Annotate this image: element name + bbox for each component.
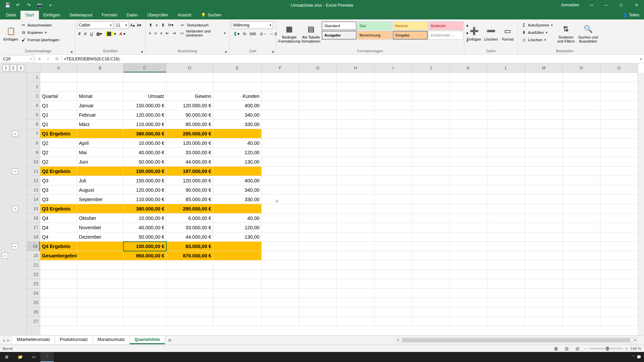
tell-me-search[interactable]: 💡 Suchen	[196, 11, 226, 19]
cell[interactable]	[262, 110, 299, 120]
sheet-tab[interactable]: Monatsumsatz	[93, 336, 130, 344]
tab-ansicht[interactable]: Ansicht	[173, 11, 196, 19]
maximize-icon[interactable]: ◻	[614, 0, 629, 10]
cell[interactable]	[77, 260, 123, 270]
cell[interactable]	[262, 195, 299, 204]
cell[interactable]	[525, 223, 562, 232]
cell[interactable]	[337, 101, 374, 110]
sheet-tab[interactable]: Produktumsatz	[55, 336, 93, 344]
cell[interactable]	[487, 148, 525, 157]
cell[interactable]	[262, 101, 299, 110]
row-header[interactable]: 9	[27, 148, 40, 157]
cell[interactable]	[450, 307, 487, 317]
cell[interactable]	[213, 242, 262, 251]
row-header[interactable]: 24	[27, 289, 40, 298]
column-header[interactable]: O	[600, 63, 638, 72]
cell[interactable]	[450, 260, 487, 270]
cell[interactable]	[337, 157, 374, 167]
cell[interactable]: 50.000,00 €	[123, 157, 166, 167]
cell[interactable]	[450, 204, 487, 214]
outline-toggle[interactable]: −	[12, 168, 18, 174]
cell[interactable]	[525, 298, 562, 307]
sort-filter-button[interactable]: ⇅Sortieren und Filtern	[555, 21, 576, 46]
cell[interactable]	[123, 279, 166, 289]
cell[interactable]	[487, 195, 525, 204]
cell[interactable]	[412, 232, 450, 242]
paste-button[interactable]: 📋 Einfügen	[3, 21, 18, 46]
cell[interactable]	[450, 223, 487, 232]
clipboard-launcher-icon[interactable]: ◢	[70, 50, 74, 54]
cell[interactable]	[262, 214, 299, 223]
cellstyle-schlecht[interactable]: Schlecht	[428, 21, 463, 30]
cell[interactable]	[337, 148, 374, 157]
cell[interactable]	[563, 204, 600, 214]
signin-button[interactable]: Anmelden	[556, 0, 584, 10]
cell[interactable]	[299, 214, 337, 223]
name-box[interactable]: C19▾	[1, 55, 34, 63]
row-header[interactable]: 3	[27, 92, 40, 101]
cell[interactable]	[412, 110, 450, 120]
cell[interactable]: 150.000,00 €	[123, 101, 166, 110]
cell[interactable]	[299, 260, 337, 270]
cell[interactable]	[412, 317, 450, 326]
cell[interactable]: Februar	[77, 110, 123, 120]
cell[interactable]	[337, 185, 374, 195]
tab-ueberpruefen[interactable]: Überprüfen	[143, 11, 173, 19]
cell[interactable]	[374, 298, 412, 307]
cell[interactable]: 110.000,00 €	[123, 195, 166, 204]
cell[interactable]: 340,00	[213, 185, 262, 195]
cellstyle-standard[interactable]: Standard	[322, 21, 357, 30]
column-header[interactable]: N	[562, 63, 600, 72]
cell[interactable]	[563, 92, 600, 101]
cell[interactable]	[40, 317, 77, 326]
cell[interactable]	[374, 73, 412, 82]
cell[interactable]	[337, 92, 374, 101]
cell[interactable]	[525, 270, 562, 279]
cell[interactable]	[487, 176, 525, 185]
cell[interactable]: Q4 Ergebnis	[40, 242, 77, 251]
cell[interactable]	[337, 298, 374, 307]
cell[interactable]	[412, 195, 450, 204]
row-header[interactable]: 13	[27, 185, 40, 195]
cell[interactable]	[374, 279, 412, 289]
cell[interactable]	[412, 270, 450, 279]
cell[interactable]	[213, 73, 262, 82]
align-bottom-icon[interactable]: ⬇	[160, 21, 166, 29]
cell[interactable]	[487, 214, 525, 223]
cell[interactable]: Q2	[40, 148, 77, 157]
row-header[interactable]: 18	[27, 232, 40, 242]
action-center-icon[interactable]: 💬	[637, 355, 641, 359]
row-header[interactable]: 11	[27, 167, 40, 176]
cell[interactable]	[487, 317, 525, 326]
cell[interactable]	[262, 279, 299, 289]
cell[interactable]	[299, 204, 337, 214]
taskbar-app-icon[interactable]: ▭	[27, 352, 40, 362]
horizontal-scrollbar[interactable]: ◂ ▸	[396, 337, 637, 343]
cell[interactable]	[600, 279, 638, 289]
cell[interactable]	[262, 129, 299, 138]
row-header[interactable]: 10	[27, 157, 40, 167]
cell[interactable]	[299, 270, 337, 279]
cell[interactable]	[299, 110, 337, 120]
cell[interactable]	[262, 148, 299, 157]
cell[interactable]	[77, 270, 123, 279]
cell[interactable]: Juli	[77, 176, 123, 185]
cell[interactable]	[563, 185, 600, 195]
cell[interactable]	[166, 73, 213, 82]
cell[interactable]: 110.000,00 €	[123, 120, 166, 129]
cell[interactable]	[525, 92, 562, 101]
cell[interactable]	[563, 129, 600, 138]
cell[interactable]	[563, 110, 600, 120]
cell[interactable]	[213, 279, 262, 289]
cell[interactable]	[262, 223, 299, 232]
cell[interactable]	[525, 157, 562, 167]
cell[interactable]: Q1	[40, 101, 77, 110]
cell[interactable]	[487, 167, 525, 176]
cell[interactable]	[600, 110, 638, 120]
cell[interactable]: 340,00	[213, 110, 262, 120]
cell[interactable]	[450, 138, 487, 148]
outline-toggle[interactable]: −	[12, 131, 18, 137]
cell[interactable]	[412, 176, 450, 185]
cell[interactable]	[337, 176, 374, 185]
zoom-slider[interactable]	[589, 348, 623, 349]
